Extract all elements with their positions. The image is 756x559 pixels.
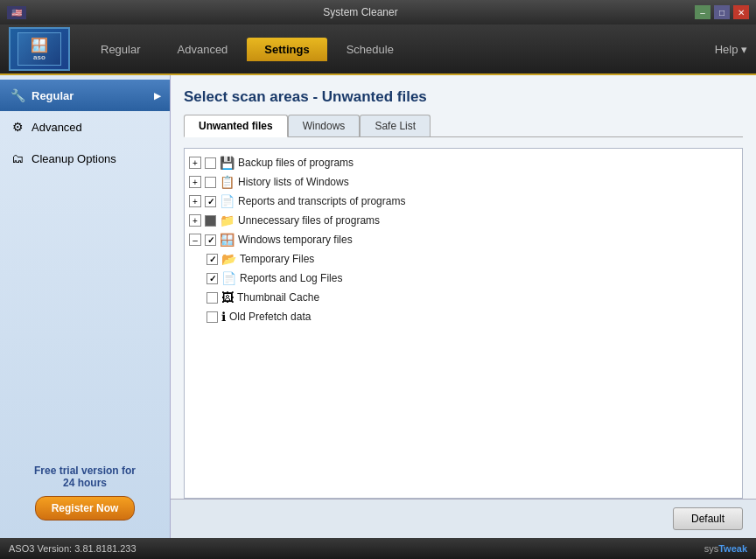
brand-tweak: Tweak: [718, 543, 747, 554]
checkbox-log-files[interactable]: [206, 273, 218, 284]
flag-icon: 🇺🇸: [7, 6, 26, 19]
checkbox-reports[interactable]: [205, 196, 216, 207]
icon-prefetch: ℹ: [221, 310, 226, 324]
nav-bar: 🪟 aso Regular Advanced Settings Schedule…: [0, 24, 756, 75]
regular-icon: 🔧: [9, 87, 26, 104]
trial-line2: 24 hours: [9, 477, 161, 489]
label-reports: Reports and transcripts of programs: [238, 195, 405, 207]
content-area: Select scan areas - Unwanted files Unwan…: [171, 75, 756, 499]
advanced-icon: ⚙: [9, 118, 26, 136]
nav-tabs: Regular Advanced Settings Schedule: [83, 38, 411, 61]
label-backup: Backup files of programs: [238, 157, 354, 169]
tree-item-reports: + 📄 Reports and transcripts of programs: [189, 192, 738, 211]
sidebar-label-cleanup: Cleanup Options: [32, 152, 116, 165]
brand: sysTweak: [704, 543, 747, 554]
checkbox-win-temp[interactable]: [205, 234, 216, 246]
icon-thumbnail: 🖼: [221, 290, 234, 304]
minimize-button[interactable]: –: [695, 5, 710, 19]
cleanup-icon: 🗂: [9, 150, 26, 167]
sidebar-label-regular: Regular: [32, 89, 74, 102]
sidebar-label-advanced: Advanced: [32, 121, 82, 134]
label-log-files: Reports and Log Files: [240, 272, 342, 284]
tab-schedule[interactable]: Schedule: [329, 38, 411, 61]
tree-item-backup: + 💾 Backup files of programs: [189, 153, 738, 172]
window-title: System Cleaner: [26, 6, 695, 18]
sidebar-trial: Free trial version for 24 hours Register…: [0, 451, 170, 534]
icon-win-temp: 🪟: [220, 233, 234, 247]
version-text: ASO3 Version: 3.81.8181.233: [9, 543, 136, 554]
sidebar-item-cleanup-options[interactable]: 🗂 Cleanup Options: [0, 143, 170, 174]
expand-win-temp[interactable]: –: [189, 234, 201, 246]
tree-item-history: + 📋 History lists of Windows: [189, 172, 738, 192]
checkbox-prefetch[interactable]: [206, 311, 218, 323]
label-thumbnail: Thumbnail Cache: [237, 291, 319, 304]
label-prefetch: Old Prefetch data: [229, 311, 311, 323]
tree-item-unnecessary: + 📁 Unnecessary files of programs: [189, 211, 738, 230]
checkbox-history[interactable]: [205, 177, 216, 188]
label-history: History lists of Windows: [238, 176, 349, 188]
register-button[interactable]: Register Now: [35, 496, 136, 521]
label-win-temp: Windows temporary files: [238, 234, 353, 246]
tree-item-thumbnail: 🖼 Thumbnail Cache: [189, 288, 738, 307]
subtab-safelist[interactable]: Safe List: [360, 115, 430, 136]
maximize-button[interactable]: □: [714, 5, 730, 19]
close-button[interactable]: ✕: [733, 5, 749, 19]
expand-unnecessary[interactable]: +: [189, 214, 201, 227]
tab-regular[interactable]: Regular: [83, 38, 158, 61]
icon-backup: 💾: [220, 156, 234, 170]
sidebar-item-advanced[interactable]: ⚙ Advanced: [0, 111, 170, 143]
page-title: Select scan areas - Unwanted files: [184, 88, 743, 106]
brand-sys: sys: [704, 543, 719, 554]
icon-history: 📋: [220, 175, 234, 189]
main-layout: 🔧 Regular ▶ ⚙ Advanced 🗂 Cleanup Options…: [0, 75, 756, 538]
icon-temp-files: 📂: [221, 252, 236, 266]
title-bar: 🇺🇸 System Cleaner – □ ✕: [0, 0, 756, 24]
sidebar-arrow-regular: ▶: [154, 91, 161, 101]
label-temp-files: Temporary Files: [240, 253, 314, 265]
default-button[interactable]: Default: [673, 507, 743, 530]
help-button[interactable]: Help ▾: [715, 43, 747, 56]
tree-view: + 💾 Backup files of programs + 📋 History…: [184, 148, 743, 499]
title-bar-controls: – □ ✕: [695, 5, 749, 19]
trial-line1: Free trial version for: [9, 465, 161, 477]
subtab-windows[interactable]: Windows: [288, 115, 360, 136]
icon-reports: 📄: [220, 194, 234, 208]
tree-item-log-files: 📄 Reports and Log Files: [189, 269, 738, 288]
checkbox-thumbnail[interactable]: [206, 292, 218, 304]
checkbox-unnecessary[interactable]: [205, 215, 216, 227]
subtab-unwanted[interactable]: Unwanted files: [184, 115, 288, 137]
sidebar: 🔧 Regular ▶ ⚙ Advanced 🗂 Cleanup Options…: [0, 75, 171, 538]
tab-settings[interactable]: Settings: [247, 38, 326, 61]
label-unnecessary: Unnecessary files of programs: [238, 214, 380, 227]
tree-item-prefetch: ℹ Old Prefetch data: [189, 307, 738, 326]
bottom-bar: Default: [171, 499, 756, 538]
expand-backup[interactable]: +: [189, 157, 201, 169]
tree-item-temp-files: 📂 Temporary Files: [189, 249, 738, 269]
sub-tabs: Unwanted files Windows Safe List: [184, 115, 743, 137]
icon-unnecessary: 📁: [220, 213, 234, 227]
icon-log-files: 📄: [221, 271, 236, 285]
tab-advanced[interactable]: Advanced: [160, 38, 246, 61]
checkbox-backup[interactable]: [205, 157, 216, 169]
checkbox-temp-files[interactable]: [206, 254, 218, 265]
content-panel: Select scan areas - Unwanted files Unwan…: [171, 75, 756, 538]
expand-reports[interactable]: +: [189, 195, 201, 207]
status-bar: ASO3 Version: 3.81.8181.233 sysTweak: [0, 538, 756, 559]
tree-item-win-temp: – 🪟 Windows temporary files: [189, 230, 738, 249]
sidebar-item-regular[interactable]: 🔧 Regular ▶: [0, 80, 170, 111]
expand-history[interactable]: +: [189, 176, 201, 188]
app-logo: 🪟 aso: [9, 27, 70, 71]
